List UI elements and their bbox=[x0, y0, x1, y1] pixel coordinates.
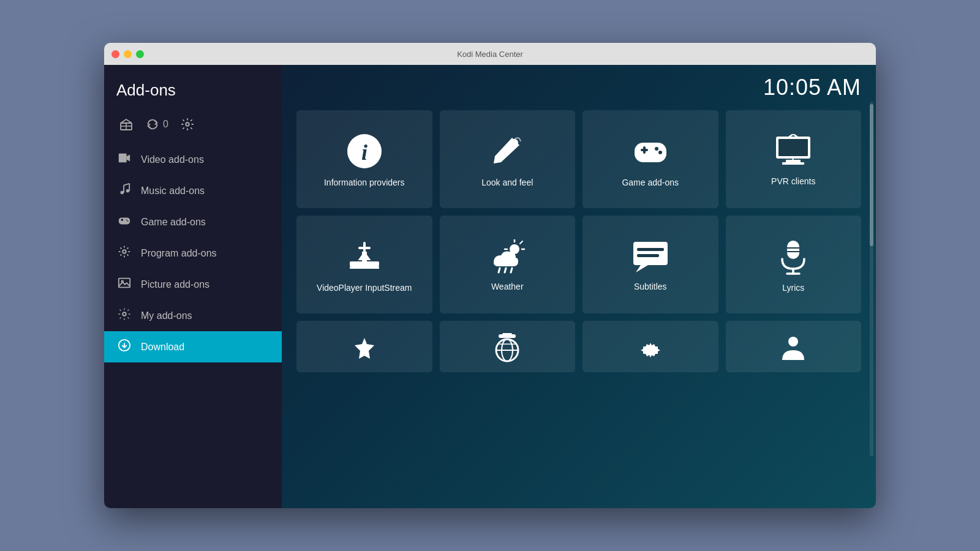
card-game-addons[interactable]: Game add-ons bbox=[582, 110, 718, 208]
sidebar: Add-ons bbox=[104, 65, 282, 508]
sidebar-item-video-addons[interactable]: Video add-ons bbox=[104, 144, 282, 175]
svg-line-22 bbox=[127, 255, 129, 256]
grid-row-2: VideoPlayer InputStream bbox=[296, 216, 861, 313]
card-partial-4[interactable] bbox=[726, 321, 862, 372]
svg-marker-61 bbox=[636, 265, 648, 272]
svg-marker-5 bbox=[127, 155, 130, 162]
svg-rect-39 bbox=[778, 139, 808, 156]
svg-rect-74 bbox=[502, 333, 512, 335]
sidebar-item-label: Download bbox=[141, 342, 184, 353]
card-information-providers[interactable]: i Information providers bbox=[296, 110, 432, 208]
sidebar-item-music-addons[interactable]: Music add-ons bbox=[104, 175, 282, 206]
pvr-clients-icon bbox=[774, 134, 813, 168]
svg-line-58 bbox=[505, 268, 506, 272]
sidebar-item-label: Game add-ons bbox=[141, 217, 206, 228]
addon-grid: i Information providers bbox=[282, 110, 876, 508]
svg-text:i: i bbox=[361, 140, 368, 165]
svg-rect-25 bbox=[119, 279, 130, 288]
titlebar: Kodi Media Center bbox=[104, 43, 876, 65]
card-partial-1[interactable] bbox=[296, 321, 432, 372]
card-label: PVR clients bbox=[771, 176, 815, 187]
card-subtitles[interactable]: Subtitles bbox=[582, 216, 718, 313]
maximize-button[interactable] bbox=[136, 50, 144, 58]
time-display: 10:05 AM bbox=[763, 75, 861, 100]
svg-line-59 bbox=[511, 268, 512, 272]
weather-icon bbox=[488, 239, 527, 274]
sidebar-item-label: Video add-ons bbox=[141, 154, 204, 165]
svg-point-77 bbox=[788, 337, 798, 347]
sidebar-toolbar: 0 bbox=[104, 112, 282, 144]
svg-rect-11 bbox=[119, 217, 130, 224]
update-count: 0 bbox=[163, 119, 168, 130]
svg-line-57 bbox=[499, 268, 500, 272]
traffic-lights bbox=[111, 50, 144, 58]
svg-rect-64 bbox=[787, 241, 799, 259]
svg-point-16 bbox=[123, 250, 126, 253]
card-label: Subtitles bbox=[634, 281, 667, 292]
video-icon bbox=[116, 151, 132, 168]
svg-rect-41 bbox=[782, 162, 804, 165]
window-title: Kodi Media Center bbox=[457, 50, 523, 59]
sidebar-item-program-addons[interactable]: Program add-ons bbox=[104, 238, 282, 269]
card-label: VideoPlayer InputStream bbox=[317, 282, 412, 293]
svg-point-14 bbox=[126, 219, 127, 220]
svg-line-10 bbox=[124, 184, 129, 186]
svg-point-15 bbox=[127, 220, 129, 222]
card-partial-3[interactable] bbox=[582, 321, 718, 372]
videoplayer-inputstream-icon bbox=[346, 238, 383, 275]
music-icon bbox=[116, 182, 132, 199]
card-weather[interactable]: Weather bbox=[440, 216, 576, 313]
sidebar-item-label: Picture add-ons bbox=[141, 279, 209, 290]
picture-icon bbox=[116, 276, 132, 293]
svg-point-27 bbox=[123, 312, 126, 316]
information-providers-icon: i bbox=[346, 133, 383, 170]
look-and-feel-icon bbox=[489, 133, 526, 170]
sidebar-item-label: Program add-ons bbox=[141, 248, 217, 259]
sidebar-item-label: Music add-ons bbox=[141, 186, 205, 197]
my-addons-icon bbox=[116, 307, 132, 324]
lyrics-icon bbox=[777, 238, 809, 275]
svg-rect-4 bbox=[119, 154, 127, 163]
partial-card-icon-2 bbox=[491, 333, 523, 362]
grid-row-1: i Information providers bbox=[296, 110, 861, 208]
settings-button[interactable] bbox=[181, 118, 194, 131]
svg-rect-60 bbox=[633, 242, 668, 265]
svg-line-44 bbox=[793, 134, 797, 137]
scrollbar-thumb bbox=[870, 104, 873, 246]
sidebar-nav: Video add-ons Music add-ons Game add-ons bbox=[104, 144, 282, 508]
grid-row-3 bbox=[296, 321, 861, 372]
close-button[interactable] bbox=[111, 50, 119, 58]
refresh-button[interactable]: 0 bbox=[146, 118, 168, 131]
card-label: Game add-ons bbox=[622, 177, 679, 188]
svg-rect-46 bbox=[350, 266, 379, 269]
addons-icon-button[interactable] bbox=[119, 117, 134, 132]
card-partial-2[interactable] bbox=[440, 321, 576, 372]
svg-point-37 bbox=[658, 151, 662, 154]
svg-point-3 bbox=[186, 122, 189, 126]
scrollbar[interactable] bbox=[870, 102, 873, 456]
card-videoplayer-inputstream[interactable]: VideoPlayer InputStream bbox=[296, 216, 432, 313]
svg-rect-40 bbox=[786, 160, 801, 162]
gamepad-icon bbox=[116, 214, 132, 230]
svg-line-23 bbox=[127, 248, 129, 249]
svg-line-55 bbox=[520, 241, 522, 244]
card-pvr-clients[interactable]: PVR clients bbox=[726, 110, 862, 208]
svg-line-24 bbox=[121, 255, 122, 256]
sidebar-title: Add-ons bbox=[104, 71, 282, 112]
sidebar-item-game-addons[interactable]: Game add-ons bbox=[104, 206, 282, 238]
card-lyrics[interactable]: Lyrics bbox=[726, 216, 862, 313]
app-window: Kodi Media Center Add-ons bbox=[104, 43, 876, 508]
sidebar-item-download[interactable]: Download bbox=[104, 331, 282, 362]
svg-rect-63 bbox=[637, 254, 659, 257]
sidebar-item-picture-addons[interactable]: Picture add-ons bbox=[104, 269, 282, 300]
card-label: Information providers bbox=[324, 177, 405, 188]
program-icon bbox=[116, 245, 132, 261]
svg-line-21 bbox=[121, 248, 122, 249]
minimize-button[interactable] bbox=[124, 50, 132, 58]
svg-point-32 bbox=[511, 139, 518, 146]
download-icon bbox=[116, 339, 132, 355]
main-content: 10:05 AM i Information providers bbox=[282, 65, 876, 508]
svg-rect-62 bbox=[637, 248, 664, 251]
sidebar-item-my-addons[interactable]: My add-ons bbox=[104, 300, 282, 331]
card-look-and-feel[interactable]: Look and feel bbox=[440, 110, 576, 208]
